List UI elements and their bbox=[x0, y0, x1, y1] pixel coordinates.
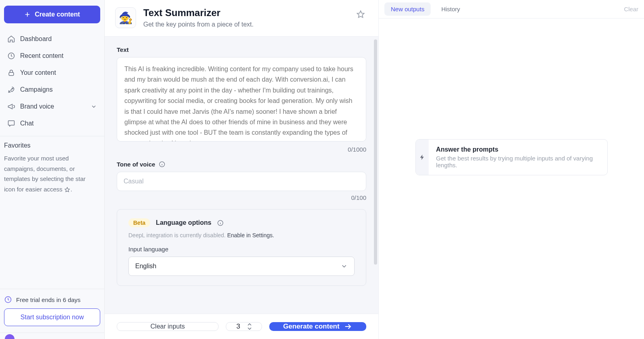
output-body: Answer the prompts Get the best results … bbox=[379, 18, 644, 339]
clock-icon bbox=[7, 52, 15, 60]
trial-status: Free trial ends in 6 days bbox=[2, 296, 102, 308]
input-language-value: English bbox=[135, 263, 156, 270]
favorites-text-suffix: . bbox=[70, 186, 72, 193]
chevron-up-icon[interactable] bbox=[248, 323, 252, 326]
sidebar-item-brand-voice[interactable]: Brand voice bbox=[3, 98, 101, 115]
sidebar: Create content Dashboard Recent content … bbox=[0, 0, 105, 339]
clock-alert-icon bbox=[4, 296, 12, 304]
language-options-title: Language options bbox=[156, 219, 211, 226]
info-icon[interactable] bbox=[159, 161, 165, 168]
create-content-button[interactable]: Create content bbox=[4, 6, 100, 23]
favorites-header: Favorites bbox=[0, 142, 104, 153]
beta-badge: Beta bbox=[128, 218, 150, 227]
template-panel: 🧙 Text Summarizer Get the key points fro… bbox=[105, 0, 378, 339]
input-language-select[interactable]: English bbox=[128, 257, 355, 276]
sidebar-item-your-content[interactable]: Your content bbox=[3, 64, 101, 81]
sidebar-item-dashboard[interactable]: Dashboard bbox=[3, 31, 101, 47]
bolt-icon bbox=[416, 140, 429, 175]
text-input[interactable] bbox=[117, 57, 366, 142]
favorites-text-prefix: Favorite your most used campaigns, docum… bbox=[4, 155, 86, 193]
language-note: DeepL integration is currently disabled.… bbox=[128, 232, 355, 238]
sidebar-item-chat[interactable]: Chat bbox=[3, 115, 101, 132]
favorite-toggle-button[interactable] bbox=[353, 7, 368, 22]
chevron-down-icon bbox=[341, 263, 348, 270]
text-field-label: Text bbox=[117, 46, 366, 53]
avatar[interactable] bbox=[5, 334, 14, 339]
template-subtitle: Get the key points from a piece of text. bbox=[143, 21, 254, 28]
tab-history[interactable]: History bbox=[435, 2, 466, 16]
arrow-right-icon bbox=[344, 323, 352, 331]
chevron-down-icon bbox=[91, 103, 97, 110]
clear-inputs-button[interactable]: Clear inputs bbox=[117, 322, 219, 331]
sidebar-item-label: Chat bbox=[20, 120, 34, 127]
sidebar-divider bbox=[0, 136, 104, 136]
sidebar-item-recent-content[interactable]: Recent content bbox=[3, 47, 101, 64]
language-options-box: Beta Language options DeepL integration … bbox=[117, 209, 366, 286]
rocket-icon bbox=[7, 86, 15, 94]
plus-icon bbox=[24, 11, 31, 18]
sidebar-item-label: Dashboard bbox=[20, 35, 52, 43]
output-count-stepper[interactable]: 3 bbox=[226, 322, 262, 331]
empty-state-title: Answer the prompts bbox=[436, 146, 600, 153]
chat-icon bbox=[7, 119, 15, 127]
info-icon[interactable] bbox=[217, 220, 224, 226]
sidebar-nav: Dashboard Recent content Your content Ca… bbox=[0, 28, 104, 132]
home-icon bbox=[7, 35, 15, 43]
sidebar-item-campaigns[interactable]: Campaigns bbox=[3, 81, 101, 98]
tone-label-text: Tone of voice bbox=[117, 161, 155, 168]
template-title: Text Summarizer bbox=[143, 7, 254, 18]
tone-field-label: Tone of voice bbox=[117, 161, 366, 168]
language-note-prefix: DeepL integration is currently disabled. bbox=[128, 232, 227, 238]
generate-label: Generate content bbox=[283, 323, 340, 331]
input-language-label: Input language bbox=[128, 246, 355, 253]
tone-input[interactable] bbox=[117, 172, 366, 191]
output-tabs: New outputs History Clear bbox=[379, 0, 644, 18]
favorites-empty-text: Favorite your most used campaigns, docum… bbox=[0, 153, 104, 194]
svg-rect-3 bbox=[9, 72, 14, 76]
tab-new-outputs[interactable]: New outputs bbox=[384, 2, 431, 16]
sidebar-item-label: Campaigns bbox=[20, 86, 53, 93]
sidebar-tail bbox=[0, 333, 104, 339]
sidebar-bottom: Free trial ends in 6 days Start subscrip… bbox=[0, 289, 104, 333]
clear-outputs-link[interactable]: Clear bbox=[624, 6, 638, 12]
output-panel: New outputs History Clear Answer the pro… bbox=[378, 0, 644, 339]
template-actions: Clear inputs 3 Generate content bbox=[105, 314, 378, 339]
template-icon: 🧙 bbox=[115, 7, 136, 28]
sidebar-item-label: Recent content bbox=[20, 52, 64, 60]
template-form: Text 0/1000 Tone of voice 0/100 Beta Lan… bbox=[105, 37, 378, 339]
trial-text: Free trial ends in 6 days bbox=[16, 296, 80, 303]
enable-in-settings-link[interactable]: Enable in Settings. bbox=[227, 232, 274, 238]
create-content-label: Create content bbox=[35, 11, 80, 18]
generate-content-button[interactable]: Generate content bbox=[269, 322, 366, 331]
scrollbar-thumb[interactable] bbox=[374, 39, 377, 265]
sidebar-item-label: Your content bbox=[20, 69, 56, 76]
start-subscription-button[interactable]: Start subscription now bbox=[4, 308, 100, 326]
chevron-down-icon[interactable] bbox=[248, 327, 252, 330]
empty-state-subtitle: Get the best results by trying multiple … bbox=[436, 155, 600, 168]
megaphone-icon bbox=[7, 103, 15, 111]
scrollbar-track bbox=[374, 39, 378, 292]
lock-icon bbox=[7, 69, 15, 77]
star-icon bbox=[64, 187, 70, 193]
stepper-controls bbox=[248, 323, 252, 330]
sidebar-item-label: Brand voice bbox=[20, 103, 54, 110]
template-header: 🧙 Text Summarizer Get the key points fro… bbox=[105, 0, 378, 37]
empty-state-card: Answer the prompts Get the best results … bbox=[415, 139, 608, 175]
output-count-value: 3 bbox=[236, 323, 240, 331]
tone-char-counter: 0/100 bbox=[117, 194, 366, 201]
text-char-counter: 0/1000 bbox=[117, 146, 366, 153]
language-options-header: Beta Language options bbox=[128, 218, 355, 227]
